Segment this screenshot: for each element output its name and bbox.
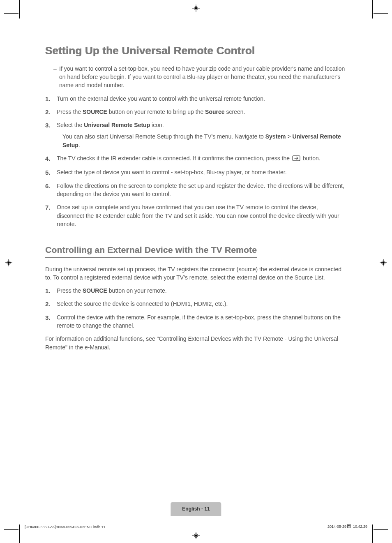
step-text: Select the source the device is connecte…: [57, 300, 228, 307]
svg-rect-18: [348, 525, 349, 526]
page-title: Setting Up the Universal Remote Control: [45, 43, 347, 59]
page: Setting Up the Universal Remote Control …: [0, 0, 392, 543]
step-7: Once set up is complete and you have con…: [45, 203, 347, 228]
svg-rect-21: [350, 527, 350, 527]
step-2: Press the SOURCE button on your remote t…: [45, 108, 347, 116]
crop-mark: [374, 13, 388, 14]
setup-steps: Turn on the external device you want to …: [45, 95, 347, 229]
step-text: Turn on the external device you want to …: [57, 95, 265, 102]
step-6: Follow the directions on the screen to c…: [45, 182, 347, 199]
svg-rect-17: [348, 525, 351, 528]
dash-icon: –: [53, 65, 59, 90]
crop-mark: [4, 529, 18, 530]
intro-text: If you want to control a set-top-box, yo…: [59, 65, 347, 90]
registration-mark-icon: [192, 5, 200, 12]
step-text: The TV checks if the IR extender cable i…: [57, 155, 321, 162]
enter-button-icon: [292, 155, 300, 163]
section-subtitle: Controlling an External Device with the …: [45, 244, 257, 257]
registration-mark-icon: [380, 259, 387, 266]
ctrl-step-1: Press the SOURCE button on your remote.: [45, 287, 347, 295]
ctrl-step-3: Control the device with the remote. For …: [45, 313, 347, 330]
step-text: Control the device with the remote. For …: [57, 314, 341, 329]
step-text: Follow the directions on the screen to c…: [57, 183, 344, 197]
step-4: The TV checks if the IR extender cable i…: [45, 154, 347, 163]
svg-rect-20: [348, 527, 349, 527]
footer-filename: [UH6300-6350-ZA]BN68-05942A-02ENG.indb 1…: [25, 525, 106, 530]
step-3-subnote: – You can also start Universal Remote Se…: [57, 132, 347, 149]
registration-mark-icon: [5, 259, 12, 266]
crop-mark: [4, 13, 18, 14]
registration-mark-icon: [192, 532, 200, 539]
crop-mark: [374, 529, 388, 530]
svg-rect-19: [350, 525, 350, 526]
ctrl-step-2: Select the source the device is connecte…: [45, 300, 347, 308]
step-text: Select the type of device you want to co…: [57, 169, 287, 176]
page-number-tab: English - 11: [171, 502, 221, 516]
step-3: Select the Universal Remote Setup icon. …: [45, 121, 347, 149]
step-1: Turn on the external device you want to …: [45, 95, 347, 103]
footer-timestamp: 2014-05-29 10:42:29: [327, 524, 367, 530]
crop-mark: [19, 0, 20, 18]
step-text: Press the SOURCE button on your remote.: [57, 287, 167, 294]
step-3-subtext: You can also start Universal Remote Setu…: [62, 132, 347, 149]
step-text: Press the SOURCE button on your remote t…: [57, 109, 245, 115]
crop-mark: [19, 525, 20, 543]
step-text: Select the Universal Remote Setup icon.: [57, 122, 164, 128]
closing-paragraph: For information on additional functions,…: [45, 335, 347, 351]
step-5: Select the type of device you want to co…: [45, 168, 347, 176]
controlling-steps: Press the SOURCE button on your remote. …: [45, 287, 347, 330]
step-text: Once set up is complete and you have con…: [57, 204, 339, 227]
controlling-intro: During the universal remote set up proce…: [45, 265, 347, 282]
crop-mark: [372, 525, 373, 543]
dash-icon: –: [57, 132, 62, 149]
content-area: Setting Up the Universal Remote Control …: [45, 43, 347, 356]
crop-mark: [372, 0, 373, 18]
intro-note: – If you want to control a set-top-box, …: [53, 65, 347, 90]
clock-icon: [347, 525, 351, 530]
